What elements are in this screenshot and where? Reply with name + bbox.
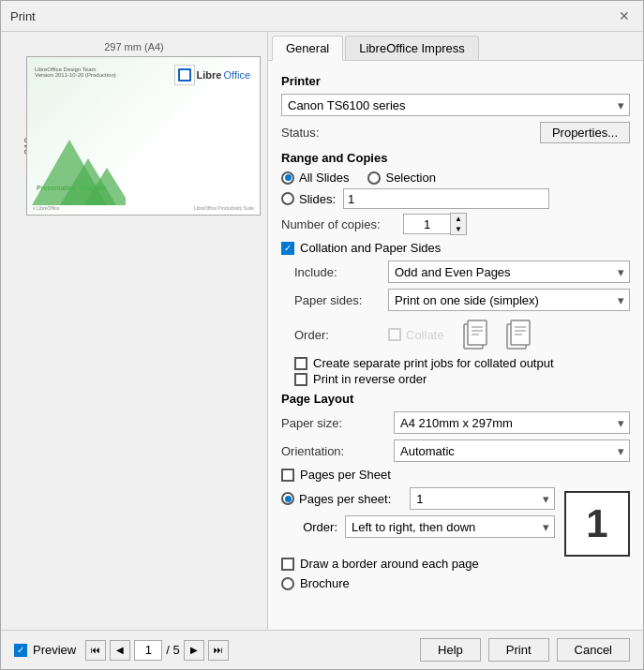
- paper-size-label: Paper size:: [281, 416, 394, 430]
- collation-checkbox-row[interactable]: Collation and Paper Sides: [281, 241, 630, 255]
- page-preview-box: 1: [564, 491, 630, 557]
- footer-left: Preview ⏮ ◀ / 5 ▶ ⏭: [14, 640, 229, 661]
- include-row: Include: Odd and Even Pages Odd Pages On…: [294, 261, 630, 283]
- preview-panel: 297 mm (A4) 210 mm LibreOffice Design Te…: [1, 32, 268, 630]
- slide-decoration: [32, 140, 126, 205]
- pages-per-sheet-radio-circle: [281, 492, 294, 505]
- collation-label: Collation and Paper Sides: [300, 241, 441, 255]
- slide-footer-right: LibreOffice Productivity Suite: [194, 205, 254, 211]
- slide-width-label: 297 mm (A4): [104, 41, 164, 52]
- pages-per-sheet-radio-label: Pages per sheet:: [299, 492, 391, 506]
- pages-per-sheet-row: Pages per sheet: 1246916 Order:: [281, 487, 630, 557]
- page-navigation: ⏮ ◀ / 5 ▶ ⏭: [85, 640, 228, 661]
- create-separate-checkbox[interactable]: [294, 357, 307, 370]
- last-page-button[interactable]: ⏭: [208, 640, 229, 661]
- collation-checkbox: [281, 242, 294, 255]
- collate-inner: Collate: [388, 328, 443, 342]
- pages-per-sheet-left: Pages per sheet: 1246916 Order:: [281, 487, 555, 543]
- preview-checkbox: [14, 644, 27, 657]
- pages-per-sheet-select[interactable]: 1246916: [410, 487, 555, 510]
- svg-rect-11: [511, 320, 530, 345]
- pages-per-sheet-radio[interactable]: Pages per sheet:: [281, 492, 391, 506]
- slides-radio-label: Slides:: [299, 192, 336, 206]
- preview-checkbox-row[interactable]: Preview: [14, 643, 76, 657]
- orientation-select-container: Automatic Portrait Landscape: [394, 439, 630, 462]
- brochure-radio[interactable]: [281, 577, 294, 590]
- reverse-checkbox[interactable]: [294, 373, 307, 386]
- order-select-container: Left to right, then down Left to right, …: [345, 515, 555, 538]
- help-button[interactable]: Help: [420, 638, 481, 662]
- orientation-select[interactable]: Automatic Portrait Landscape: [394, 439, 630, 462]
- printer-select-container: Canon TS6100 series: [281, 94, 630, 116]
- slide-inner: LibreOffice Design TeamVersion 2011-10-2…: [27, 57, 260, 215]
- preview-label: Preview: [33, 643, 76, 657]
- settings-panel: General LibreOffice Impress Printer Cano…: [268, 32, 643, 630]
- pages-per-sheet-radio-row: Pages per sheet: 1246916: [281, 487, 555, 510]
- title-bar: Print ✕: [1, 1, 643, 32]
- spinner-buttons: ▲ ▼: [450, 213, 467, 235]
- next-page-button[interactable]: ▶: [184, 640, 204, 661]
- paper-sides-row: Paper sides: Print on one side (simplex)…: [294, 289, 630, 311]
- order-label2: Order:: [281, 520, 337, 534]
- reverse-label: Print in reverse order: [313, 372, 427, 386]
- paper-size-select-container: A4 210mm x 297mm Letter A3 A5: [394, 411, 630, 434]
- selection-label: Selection: [385, 171, 435, 185]
- slide-template-label: Presentation Template: [37, 185, 107, 191]
- brochure-row: Brochure: [281, 576, 630, 590]
- order-row2: Order: Left to right, then down Left to …: [281, 515, 555, 538]
- status-label: Status:: [281, 126, 394, 140]
- tab-content-general: Printer Canon TS6100 series Status: Prop…: [268, 61, 643, 630]
- tab-libreoffice-impress[interactable]: LibreOffice Impress: [345, 36, 478, 60]
- properties-button[interactable]: Properties...: [540, 122, 630, 143]
- print-button[interactable]: Print: [488, 638, 549, 662]
- svg-rect-6: [468, 320, 487, 345]
- collate-checkbox[interactable]: [388, 328, 401, 341]
- copies-decrement-button[interactable]: ▼: [451, 224, 466, 234]
- pages-per-sheet-checkbox-label: Pages per Sheet: [300, 468, 391, 482]
- paper-size-row: Paper size: A4 210mm x 297mm Letter A3 A…: [281, 411, 630, 434]
- collate-icon-1: [460, 317, 496, 352]
- copies-increment-button[interactable]: ▲: [451, 214, 466, 224]
- brochure-label: Brochure: [300, 576, 350, 590]
- order-controls: Collate: [388, 317, 539, 352]
- cancel-button[interactable]: Cancel: [557, 638, 630, 662]
- paper-size-select[interactable]: A4 210mm x 297mm Letter A3 A5: [394, 411, 630, 434]
- copies-row: Number of copies: ▲ ▼: [281, 213, 630, 235]
- selection-radio[interactable]: Selection: [367, 171, 435, 185]
- svg-rect-4: [180, 70, 189, 80]
- include-select[interactable]: Odd and Even Pages Odd Pages Only Even P…: [388, 261, 630, 283]
- paper-sides-select-container: Print on one side (simplex) Print on bot…: [388, 289, 630, 311]
- slides-input[interactable]: [343, 188, 549, 209]
- border-label: Draw a border around each page: [300, 557, 479, 571]
- printer-select-row: Canon TS6100 series: [281, 94, 630, 116]
- order-select[interactable]: Left to right, then down Left to right, …: [345, 515, 555, 538]
- all-slides-radio[interactable]: All Slides: [281, 171, 349, 185]
- prev-page-button[interactable]: ◀: [110, 640, 130, 661]
- close-button[interactable]: ✕: [615, 7, 634, 25]
- slides-row: Slides:: [281, 188, 630, 209]
- orientation-label: Orientation:: [281, 444, 394, 458]
- first-page-button[interactable]: ⏮: [85, 640, 106, 661]
- printer-select[interactable]: Canon TS6100 series: [281, 94, 630, 116]
- printer-section-title: Printer: [281, 74, 630, 88]
- pages-per-sheet-checkbox-row[interactable]: Pages per Sheet: [281, 468, 630, 482]
- copies-label: Number of copies:: [281, 217, 403, 231]
- copies-input[interactable]: [403, 214, 450, 234]
- border-checkbox[interactable]: [281, 558, 294, 571]
- pages-per-sheet-checkbox[interactable]: [281, 469, 294, 482]
- tab-general[interactable]: General: [272, 36, 343, 61]
- include-label: Include:: [294, 265, 388, 279]
- paper-sides-select[interactable]: Print on one side (simplex) Print on bot…: [388, 289, 630, 311]
- slides-radio-circle: [281, 192, 294, 205]
- all-slides-selection-row: All Slides Selection: [281, 171, 630, 185]
- copies-spinner: ▲ ▼: [403, 213, 467, 235]
- create-separate-row: Create separate print jobs for collated …: [294, 356, 630, 370]
- order-row: Order: Collate: [294, 317, 630, 352]
- collate-label: Collate: [406, 328, 443, 342]
- selection-radio-circle: [367, 171, 381, 185]
- slide-logo: LibreOffice: [174, 65, 250, 85]
- slides-radio[interactable]: Slides:: [281, 192, 336, 206]
- print-dialog: Print ✕ 297 mm (A4) 210 mm: [0, 0, 644, 670]
- page-number-input[interactable]: [134, 640, 162, 661]
- dialog-title: Print: [10, 9, 36, 23]
